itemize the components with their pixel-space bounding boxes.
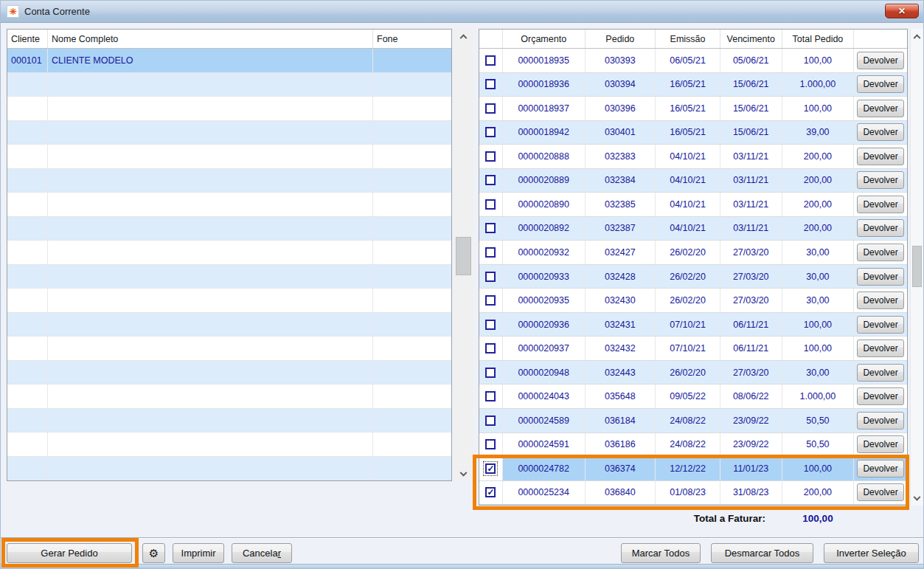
checkbox-unchecked-icon[interactable] <box>485 79 496 89</box>
devolver-button[interactable]: Devolver <box>857 292 904 309</box>
order-row[interactable]: 000002458903618424/08/2223/09/2250,50Dev… <box>479 409 907 433</box>
orders-scrollbar-thumb[interactable] <box>912 246 922 287</box>
close-icon[interactable]: ✕ <box>885 4 919 18</box>
title-bar[interactable]: ✳ Conta Corrente <box>1 1 923 23</box>
order-row[interactable]: 000002093303242826/02/2027/03/2030,00Dev… <box>479 265 907 289</box>
client-row[interactable]: 000101CLIENTE MODELO <box>7 49 451 73</box>
checkbox-checked-icon[interactable]: ✓ <box>485 463 496 474</box>
devolver-button[interactable]: Devolver <box>857 148 904 165</box>
client-row[interactable] <box>7 241 451 265</box>
client-row[interactable] <box>7 289 451 313</box>
column-header-nome-completo[interactable]: Nome Completo <box>48 30 373 48</box>
order-row[interactable]: 000002088903238404/10/2103/11/21200,00De… <box>479 169 907 193</box>
order-row[interactable]: 000002093203242726/02/2027/03/2030,00Dev… <box>479 241 907 265</box>
checkbox-unchecked-icon[interactable] <box>485 223 496 233</box>
column-header-cliente[interactable]: Cliente <box>7 30 48 48</box>
devolver-button[interactable]: Devolver <box>857 75 904 93</box>
order-row[interactable]: ✓000002523403684001/08/2331/08/23200,00D… <box>479 481 907 506</box>
column-header-total-pedido[interactable]: Total Pedido <box>782 30 855 48</box>
checkbox-unchecked-icon[interactable] <box>485 151 496 162</box>
client-row[interactable] <box>7 384 451 409</box>
client-row[interactable] <box>7 121 451 145</box>
client-row[interactable] <box>7 145 451 169</box>
devolver-button[interactable]: Devolver <box>857 123 904 141</box>
devolver-button[interactable]: Devolver <box>857 52 904 69</box>
devolver-button[interactable]: Devolver <box>857 171 904 189</box>
checkbox-unchecked-icon[interactable] <box>485 343 496 354</box>
devolver-button[interactable]: Devolver <box>857 412 904 430</box>
orders-scrollbar[interactable] <box>910 29 923 506</box>
client-row[interactable] <box>7 409 451 433</box>
checkbox-unchecked-icon[interactable] <box>485 247 496 258</box>
client-row[interactable] <box>7 265 451 289</box>
gear-icon[interactable]: ⚙ <box>142 543 165 563</box>
checkbox-checked-icon[interactable]: ✓ <box>485 487 496 497</box>
order-row[interactable]: 000002089203238704/10/2103/11/21200,00De… <box>479 217 907 241</box>
client-row[interactable] <box>7 457 451 481</box>
client-row[interactable] <box>7 432 451 457</box>
gerar-pedido-button[interactable]: Gerar Pedido <box>7 543 132 563</box>
inverter-selecao-button[interactable]: Inverter Seleção <box>824 543 919 563</box>
column-header-orcamento[interactable]: Orçamento <box>503 30 586 48</box>
desmarcar-todos-button[interactable]: Desmarcar Todos <box>711 543 813 563</box>
clients-scrollbar-thumb[interactable] <box>456 237 471 275</box>
client-row[interactable] <box>7 193 451 217</box>
client-row[interactable] <box>7 97 451 121</box>
checkbox-unchecked-icon[interactable] <box>485 199 496 210</box>
checkbox-unchecked-icon[interactable] <box>485 272 496 282</box>
devolver-button[interactable]: Devolver <box>857 483 904 501</box>
column-header-pedido[interactable]: Pedido <box>586 30 656 48</box>
clients-scrollbar[interactable] <box>454 29 473 481</box>
order-row[interactable]: 000001893503039306/05/2105/06/21100,00De… <box>479 49 907 73</box>
cancelar-button[interactable]: Cancelar <box>232 543 292 563</box>
scroll-down-icon[interactable] <box>911 492 923 506</box>
devolver-button[interactable]: Devolver <box>857 435 904 453</box>
checkbox-unchecked-icon[interactable] <box>485 55 496 66</box>
checkbox-unchecked-icon[interactable] <box>485 175 496 185</box>
devolver-button[interactable]: Devolver <box>857 196 904 213</box>
column-header-fone[interactable]: Fone <box>373 30 451 48</box>
devolver-button[interactable]: Devolver <box>857 100 904 117</box>
marcar-todos-button[interactable]: Marcar Todos <box>621 543 701 563</box>
devolver-button[interactable]: Devolver <box>857 316 904 334</box>
client-row[interactable] <box>7 361 451 385</box>
scroll-down-icon[interactable] <box>454 468 473 481</box>
devolver-button[interactable]: Devolver <box>857 339 904 357</box>
order-row[interactable]: 000002089003238504/10/2103/11/21200,00De… <box>479 193 907 217</box>
devolver-button[interactable]: Devolver <box>857 268 904 286</box>
checkbox-unchecked-icon[interactable] <box>485 320 496 330</box>
checkbox-unchecked-icon[interactable] <box>485 439 496 449</box>
client-row[interactable] <box>7 337 451 361</box>
order-row[interactable]: 000002093503243026/02/2027/03/2030,00Dev… <box>479 289 907 313</box>
devolver-button[interactable]: Devolver <box>857 460 904 477</box>
order-row[interactable]: 000001893603039416/05/2115/06/211.000,00… <box>479 73 907 97</box>
order-row[interactable]: 000002093703243207/10/2106/11/21100,00De… <box>479 337 907 361</box>
client-row[interactable] <box>7 313 451 337</box>
order-row[interactable]: 000001894203040116/05/2115/06/2139,00Dev… <box>479 121 907 145</box>
devolver-button[interactable]: Devolver <box>857 219 904 237</box>
order-row[interactable]: 000001893703039616/05/2115/06/21100,00De… <box>479 97 907 121</box>
checkbox-unchecked-icon[interactable] <box>485 415 496 426</box>
checkbox-unchecked-icon[interactable] <box>485 391 496 401</box>
imprimir-button[interactable]: Imprimir <box>173 543 224 563</box>
column-header-emissao[interactable]: Emissão <box>656 30 720 48</box>
scroll-up-icon[interactable] <box>911 29 923 42</box>
scroll-up-icon[interactable] <box>454 29 473 42</box>
checkbox-unchecked-icon[interactable] <box>485 295 496 306</box>
client-row[interactable] <box>7 73 451 97</box>
checkbox-unchecked-icon[interactable] <box>485 127 496 137</box>
devolver-button[interactable]: Devolver <box>857 387 904 405</box>
order-row[interactable]: 000002093603243107/10/2106/11/21100,00De… <box>479 313 907 337</box>
order-row[interactable]: ✓000002478203637412/12/2211/01/23100,00D… <box>479 457 907 481</box>
order-row[interactable]: 000002094803244326/02/2027/03/2030,00Dev… <box>479 361 907 385</box>
column-header-vencimento[interactable]: Vencimento <box>720 30 782 48</box>
order-row[interactable]: 000002088803238304/10/2103/11/21200,00De… <box>479 145 907 169</box>
checkbox-unchecked-icon[interactable] <box>485 103 496 114</box>
order-row[interactable]: 000002404303564809/05/2208/06/221.000,00… <box>479 384 907 409</box>
devolver-button[interactable]: Devolver <box>857 244 904 261</box>
client-row[interactable] <box>7 217 451 241</box>
checkbox-unchecked-icon[interactable] <box>485 368 496 378</box>
order-row[interactable]: 000002459103618624/08/2223/09/2250,50Dev… <box>479 433 907 458</box>
devolver-button[interactable]: Devolver <box>857 364 904 382</box>
client-row[interactable] <box>7 169 451 193</box>
